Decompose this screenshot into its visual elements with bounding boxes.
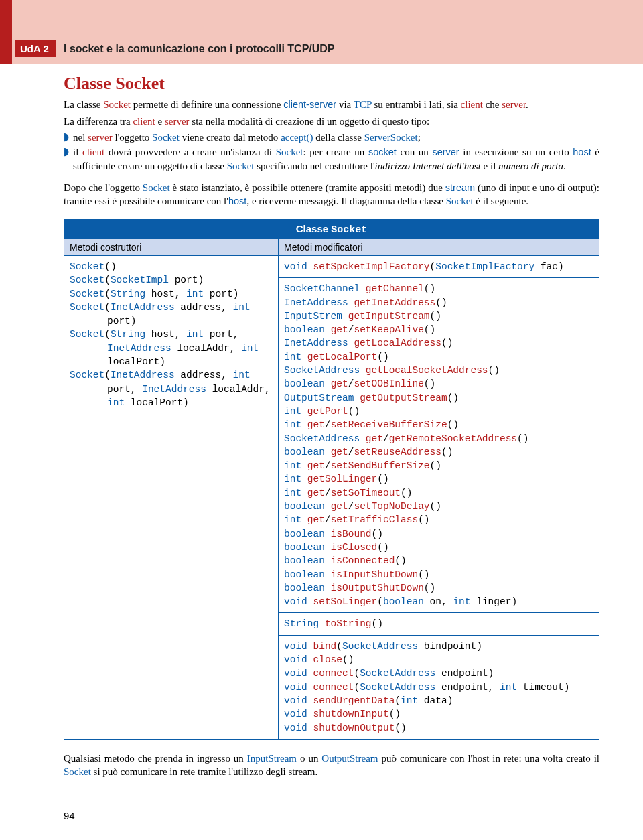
mod-group-3: String toString()	[279, 613, 599, 635]
mod-group-4: void bind(SocketAddress bindpoint)void c…	[279, 636, 599, 739]
constructors-column: Metodi costruttori Socket()Socket(Socket…	[64, 239, 279, 739]
para-1: La classe Socket permette di definire un…	[64, 98, 599, 112]
class-table: Classe Socket Metodi costruttori Socket(…	[64, 219, 599, 740]
bullet-icon: ◗	[64, 145, 69, 173]
mod-group-1: void setSpcketImplFactory(SocketImplFact…	[279, 256, 599, 278]
bullet-2: ◗ il client dovrà provvedere a creare un…	[64, 145, 599, 173]
para-3: Dopo che l'oggetto Socket è stato istanz…	[64, 181, 599, 208]
bullet-1: ◗ nel server l'oggetto Socket viene crea…	[64, 131, 599, 144]
uda-label: UdA 2	[15, 40, 56, 57]
red-stripe	[0, 0, 12, 64]
header-title: I socket e la comunicazione con i protoc…	[64, 43, 335, 55]
mod-group-2: SocketChannel getChannel()InetAddress ge…	[279, 278, 599, 613]
table-title: Classe Socket	[64, 220, 599, 239]
page-number: 94	[64, 810, 75, 821]
modifiers-column: Metodi modificatori void setSpcketImplFa…	[279, 239, 599, 739]
constructors-header: Metodi costruttori	[64, 239, 278, 256]
bullet-icon: ◗	[64, 131, 69, 144]
modifiers-header: Metodi modificatori	[279, 239, 599, 256]
para-4: Qualsiasi metodo che prenda in ingresso …	[64, 752, 599, 779]
main-content: Classe Socket La classe Socket permette …	[64, 74, 599, 781]
section-heading: Classe Socket	[64, 74, 599, 94]
para-2: La differenza tra client e server sta ne…	[64, 115, 599, 128]
constructors-cell: Socket()Socket(SocketImpl port)Socket(St…	[64, 256, 278, 413]
